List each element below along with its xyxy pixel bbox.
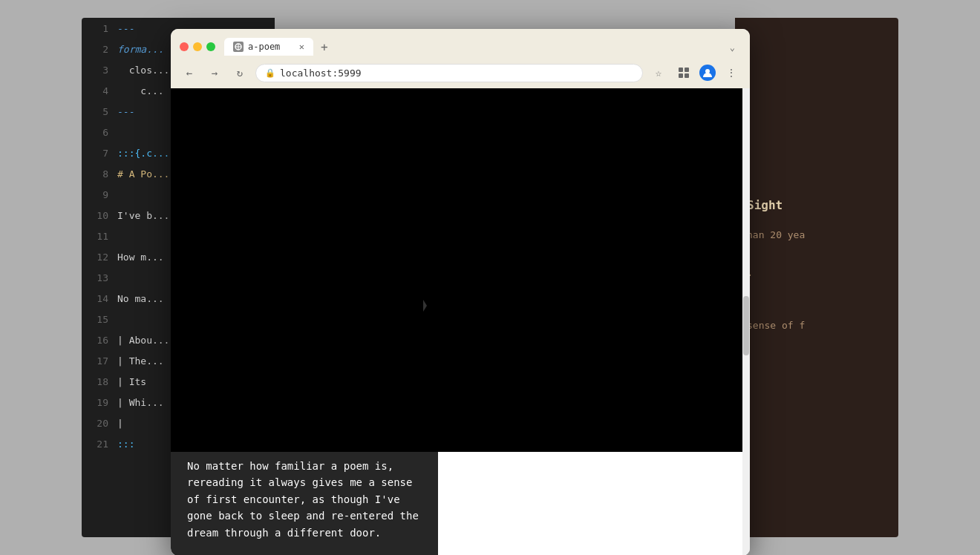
scrollbar-thumb[interactable] <box>743 296 749 355</box>
scene: 1 --- 2 forma... 3 clos... 4 c... 5 --- … <box>82 18 898 537</box>
browser-content: No matter how familiar a poem is, reread… <box>171 88 750 555</box>
svg-rect-4 <box>685 68 689 72</box>
url-text: localhost:5999 <box>280 68 362 79</box>
menu-button[interactable]: ⋮ <box>722 63 741 82</box>
hover-tooltip: No matter how familiar a poem is, reread… <box>171 443 438 555</box>
browser-nav: ← → ↻ 🔒 localhost:5999 ☆ ⋮ <box>171 57 750 88</box>
traffic-light-maximize[interactable] <box>206 42 215 51</box>
right-panel-title: Sight <box>747 196 886 215</box>
profile-icon[interactable] <box>699 65 716 81</box>
new-tab-button[interactable]: + <box>316 40 333 54</box>
right-panel: Sight han 20 yea . sense of f <box>735 18 898 537</box>
tab-close-button[interactable]: ✕ <box>299 42 304 52</box>
browser-titlebar: a-poem ✕ + ⌄ <box>171 29 750 57</box>
browser-window: a-poem ✕ + ⌄ ← → ↻ 🔒 localhost:5999 <box>171 29 750 555</box>
extensions-button[interactable] <box>674 63 693 82</box>
tab-favicon <box>233 42 244 52</box>
forward-button[interactable]: → <box>205 63 224 82</box>
lock-icon: 🔒 <box>265 68 275 78</box>
traffic-lights <box>180 42 215 51</box>
browser-tabs: a-poem ✕ + <box>224 38 724 56</box>
svg-rect-6 <box>685 73 689 78</box>
browser-tab-active[interactable]: a-poem ✕ <box>224 38 313 56</box>
bookmark-button[interactable]: ☆ <box>649 63 668 82</box>
back-button[interactable]: ← <box>180 63 199 82</box>
window-controls: ⌄ <box>724 42 741 53</box>
right-panel-text-2: sense of f <box>747 318 886 334</box>
scrollbar[interactable] <box>742 88 750 555</box>
traffic-light-close[interactable] <box>180 42 189 51</box>
tooltip-text: No matter how familiar a poem is, reread… <box>187 460 419 539</box>
right-panel-text-1: han 20 yea <box>747 227 886 243</box>
window-menu[interactable]: ⌄ <box>724 42 741 53</box>
address-bar[interactable]: 🔒 localhost:5999 <box>255 64 643 82</box>
browser-chrome: a-poem ✕ + ⌄ ← → ↻ 🔒 localhost:5999 <box>171 29 750 88</box>
svg-rect-3 <box>679 68 683 72</box>
refresh-button[interactable]: ↻ <box>230 63 249 82</box>
svg-rect-5 <box>679 73 683 78</box>
right-panel-dot: . <box>747 264 886 280</box>
tab-title: a-poem <box>248 42 280 52</box>
nav-actions: ☆ ⋮ <box>649 63 741 82</box>
traffic-light-minimize[interactable] <box>193 42 202 51</box>
